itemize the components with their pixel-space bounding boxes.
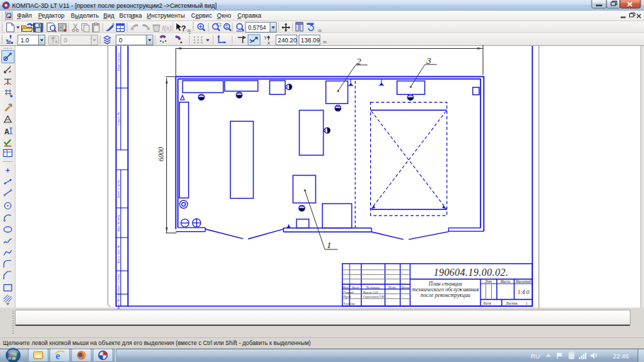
svg-text:Выделить: Выделить — [71, 12, 99, 19]
svg-text:Куров А.О.: Куров А.О. — [362, 291, 379, 294]
svg-text:190604.19.00.02.: 190604.19.00.02. — [434, 267, 509, 278]
svg-text:Масса: Масса — [500, 279, 510, 284]
svg-text:Т.контр.: Т.контр. — [343, 302, 355, 305]
svg-text:0: 0 — [64, 37, 67, 44]
svg-text:1: 1 — [327, 240, 332, 250]
svg-text:Пров.: Пров. — [343, 295, 352, 298]
svg-text:Справка: Справка — [238, 12, 262, 19]
svg-text:Лит.: Лит. — [484, 279, 493, 284]
svg-text:6000: 6000 — [157, 147, 165, 161]
svg-text:f(x): f(x) — [162, 24, 172, 32]
svg-text:Редактор: Редактор — [38, 12, 64, 19]
svg-text:Вставка: Вставка — [120, 12, 142, 19]
svg-text:A: A — [4, 128, 9, 136]
svg-text:КОМПАС-3D LT V11 - [проект пос: КОМПАС-3D LT V11 - [проект после реконст… — [12, 2, 217, 9]
svg-text:Взам. инв. №: Взам. инв. № — [117, 245, 120, 263]
svg-text:Инв. № дубл.: Инв. № дубл. — [117, 214, 120, 232]
svg-text:240.20: 240.20 — [278, 37, 297, 44]
svg-text:Герасимов.Т.В.: Герасимов.Т.В. — [362, 295, 384, 298]
svg-text:3: 3 — [426, 55, 432, 66]
svg-text:1: 1 — [526, 301, 528, 305]
svg-text:1.0: 1.0 — [21, 37, 29, 44]
svg-text:Сервис: Сервис — [191, 12, 212, 19]
svg-text:Лист: Лист — [350, 286, 360, 289]
svg-text:Инв. № подл.: Инв. № подл. — [117, 291, 120, 310]
svg-text:138.09: 138.09 — [301, 37, 320, 44]
svg-text:Вид: Вид — [103, 12, 115, 19]
svg-text:Окно: Окно — [217, 12, 231, 19]
svg-text:№ докум.: № докум. — [365, 286, 379, 289]
svg-text:1:4 0: 1:4 0 — [517, 289, 529, 296]
svg-text:Лист: Лист — [482, 301, 491, 305]
svg-text:Подп. и дата: Подп. и дата — [117, 179, 120, 199]
svg-text:Подп.: Подп. — [388, 286, 397, 289]
svg-text:22:46: 22:46 — [613, 353, 629, 360]
svg-text:0: 0 — [119, 37, 122, 44]
svg-text:?: ? — [181, 24, 186, 33]
svg-text:Перв. примен.: Перв. примен. — [117, 52, 120, 71]
svg-text:Подп. и дата: Подп. и дата — [117, 273, 120, 293]
svg-text:Изм.: Изм. — [342, 286, 349, 289]
svg-text:x: x — [268, 40, 270, 45]
svg-text:Листов: Листов — [505, 301, 518, 305]
svg-text:Разраб.: Разраб. — [343, 291, 354, 294]
svg-text:Справ. №: Справ. № — [117, 112, 120, 125]
svg-text:0.5754: 0.5754 — [248, 24, 267, 31]
svg-text:Инструменты: Инструменты — [147, 12, 185, 19]
svg-text:Дата: Дата — [401, 286, 410, 289]
svg-text:после реконструкции: после реконструкции — [420, 292, 471, 298]
svg-text:Масштаб: Масштаб — [514, 279, 531, 284]
svg-text:2: 2 — [357, 56, 362, 66]
svg-text:RU: RU — [531, 353, 540, 360]
svg-text:Файл: Файл — [17, 12, 32, 19]
